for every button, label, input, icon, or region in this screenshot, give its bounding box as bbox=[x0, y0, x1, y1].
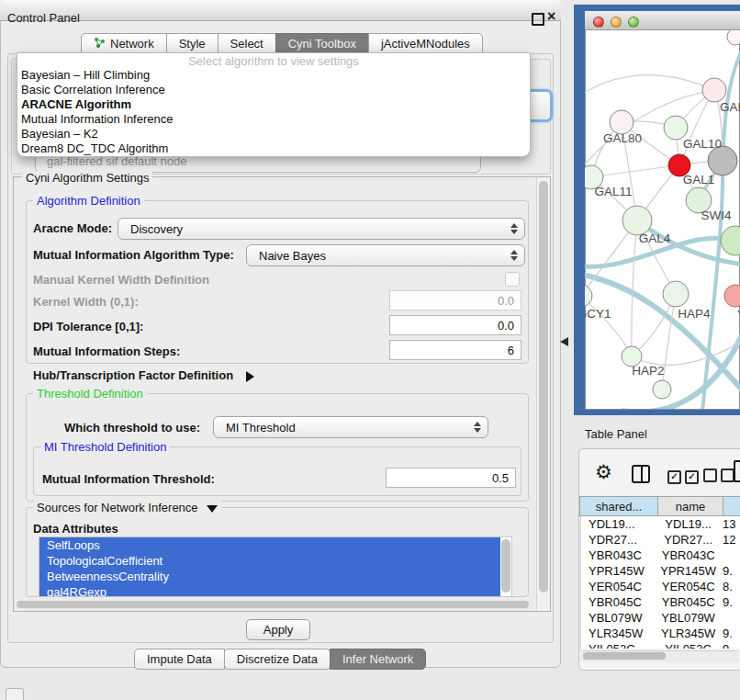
mi-steps-field[interactable]: 6 bbox=[389, 340, 521, 360]
network-edge[interactable] bbox=[585, 75, 714, 95]
table-row[interactable]: YER054CYER054C8. bbox=[581, 579, 740, 594]
network-node[interactable] bbox=[585, 285, 592, 307]
table-cell: YER054C bbox=[581, 579, 656, 594]
column-header-name[interactable]: name bbox=[657, 496, 723, 516]
checked-pair-icon[interactable]: ✓✓ bbox=[667, 469, 702, 484]
network-node[interactable] bbox=[702, 78, 726, 102]
table-cell: YDL19... bbox=[656, 516, 720, 532]
node-label: HAP2 bbox=[632, 364, 664, 378]
table-cell bbox=[720, 548, 740, 563]
aracne-mode-label: Aracne Mode: bbox=[33, 221, 112, 235]
table-cell bbox=[720, 610, 740, 626]
columns-icon[interactable] bbox=[632, 465, 650, 483]
table-cell: YBR045C bbox=[581, 594, 656, 610]
control-panel-titlebar[interactable] bbox=[0, 0, 561, 21]
table-cell: 8. bbox=[720, 579, 740, 594]
tab-cyni-toolbox[interactable]: Cyni Toolbox bbox=[275, 33, 369, 54]
aracne-mode-combobox[interactable]: Discovery bbox=[118, 218, 525, 240]
tab-label: Select bbox=[230, 37, 263, 51]
apply-button[interactable]: Apply bbox=[246, 619, 310, 640]
mouse-cursor bbox=[560, 337, 568, 346]
algorithm-option[interactable]: Bayesian – K2 bbox=[21, 127, 526, 141]
network-node[interactable] bbox=[724, 285, 740, 307]
bottom-tab-discretize-data[interactable]: Discretize Data bbox=[224, 649, 331, 670]
settings-hscrollbar-thumb[interactable] bbox=[17, 601, 529, 608]
mi-type-combobox[interactable]: Naive Bayes bbox=[246, 244, 525, 266]
node-label: GAL bbox=[720, 100, 740, 114]
table-row[interactable]: YPR145WYPR145W9. bbox=[581, 563, 740, 579]
algorithm-popup: Select algorithm to view settings Bayesi… bbox=[17, 52, 531, 157]
table-row[interactable]: YBR043CYBR043C bbox=[581, 548, 740, 563]
bottom-tab-impute-data[interactable]: Impute Data bbox=[134, 649, 225, 670]
table-cell: YLR345W bbox=[581, 626, 656, 641]
settings-vscrollbar-thumb[interactable] bbox=[539, 181, 548, 593]
network-edge[interactable] bbox=[591, 165, 679, 177]
table-cell: 9. bbox=[720, 641, 740, 649]
attribute-list-item[interactable]: SelfLoops bbox=[39, 537, 500, 553]
network-node[interactable] bbox=[727, 30, 740, 45]
tab-style[interactable]: Style bbox=[166, 33, 219, 54]
network-node[interactable] bbox=[721, 226, 740, 255]
kernel-width-value: 0.0 bbox=[498, 294, 514, 308]
float-window-icon[interactable] bbox=[532, 13, 544, 26]
column-header-partial[interactable] bbox=[723, 496, 740, 516]
kernel-width-label: Kernel Width (0,1): bbox=[33, 295, 139, 309]
dpi-tolerance-field[interactable]: 0.0 bbox=[389, 315, 521, 335]
which-threshold-label: Which threshold to use: bbox=[64, 421, 200, 435]
table-cell: YBR043C bbox=[656, 548, 720, 563]
node-label: HAP4 bbox=[678, 307, 711, 321]
collapsed-panel-button[interactable] bbox=[6, 688, 24, 700]
algorithm-definition-title: Algorithm Definition bbox=[33, 194, 144, 208]
network-edge[interactable] bbox=[632, 220, 637, 356]
kernel-width-field[interactable]: 0.0 bbox=[389, 290, 521, 310]
document-icon[interactable] bbox=[734, 460, 740, 482]
manual-kernel-checkbox[interactable] bbox=[505, 272, 520, 287]
algorithm-option[interactable]: ARACNE Algorithm bbox=[21, 97, 526, 112]
tab-network[interactable]: Network bbox=[81, 33, 167, 54]
tab-select[interactable]: Select bbox=[218, 33, 276, 54]
node-label: SWI4 bbox=[701, 209, 731, 222]
table-row[interactable]: YIL053CYIL053C9. bbox=[581, 641, 740, 649]
minimize-traffic-light-icon[interactable] bbox=[611, 17, 622, 28]
gear-icon[interactable]: ⚙ bbox=[595, 461, 612, 483]
control-panel-tabbar: NetworkStyleSelectCyni ToolboxjActiveMNo… bbox=[81, 33, 483, 54]
tab-jactivemnodules[interactable]: jActiveMNodules bbox=[368, 33, 483, 54]
table-hscrollbar-thumb[interactable] bbox=[583, 652, 666, 660]
network-edge[interactable] bbox=[632, 341, 740, 365]
network-canvas[interactable]: GALGAL80GAL10GAL1GAL11SWI4GAL4GCY1HAP4YH… bbox=[585, 30, 740, 409]
algorithm-option[interactable]: Basic Correlation Inference bbox=[21, 83, 526, 97]
table-cell: YDR27... bbox=[656, 532, 720, 548]
data-attributes-label: Data Attributes bbox=[33, 522, 118, 536]
bottom-tab-infer-network[interactable]: Infer Network bbox=[330, 649, 426, 670]
table-row[interactable]: YDL19...YDL19...13 bbox=[581, 516, 740, 532]
table-row[interactable]: YDR27...YDR27...12 bbox=[581, 532, 740, 548]
close-traffic-light-icon[interactable] bbox=[593, 17, 604, 28]
node-label: GAL80 bbox=[603, 131, 642, 145]
table-row[interactable]: YBL079WYBL079W bbox=[581, 610, 740, 626]
which-threshold-combobox[interactable]: MI Threshold bbox=[213, 416, 488, 438]
data-attributes-list[interactable]: SelfLoopsTopologicalCoefficientBetweenne… bbox=[39, 536, 512, 597]
mi-threshold-field[interactable]: 0.5 bbox=[386, 468, 516, 488]
table-cell: YPR145W bbox=[656, 563, 720, 579]
attributes-list-scrollbar[interactable] bbox=[501, 539, 510, 593]
algorithm-option[interactable]: Bayesian – Hill Climbing bbox=[21, 68, 526, 83]
algorithm-option[interactable]: Mutual Information Inference bbox=[21, 112, 526, 127]
table-cell: YIL053C bbox=[581, 641, 656, 649]
network-node[interactable] bbox=[653, 380, 671, 399]
zoom-traffic-light-icon[interactable] bbox=[628, 17, 639, 28]
attribute-list-item[interactable]: BetweennessCentrality bbox=[39, 569, 500, 584]
close-icon[interactable]: × bbox=[547, 8, 555, 25]
attribute-list-item[interactable]: gal4RGexp bbox=[39, 584, 500, 597]
algorithm-option[interactable]: Dream8 DC_TDC Algorithm bbox=[21, 141, 526, 156]
table-row[interactable]: YBR045CYBR045C9. bbox=[581, 594, 740, 610]
attribute-list-item[interactable]: TopologicalCoefficient bbox=[39, 553, 500, 569]
network-edge[interactable] bbox=[585, 296, 632, 356]
column-header-shared...[interactable]: shared... bbox=[579, 496, 658, 516]
network-node[interactable] bbox=[663, 281, 689, 307]
table-row[interactable]: YLR345WYLR345W9. bbox=[581, 626, 740, 641]
sources-group-toggle[interactable]: Sources for Network Inference bbox=[33, 501, 221, 514]
table-panel-title: Table Panel bbox=[585, 427, 647, 441]
hub-definition-toggle[interactable]: Hub/Transcription Factor Definition bbox=[33, 368, 254, 382]
network-window-titlebar[interactable] bbox=[585, 11, 740, 30]
tab-label: Network bbox=[110, 37, 154, 51]
